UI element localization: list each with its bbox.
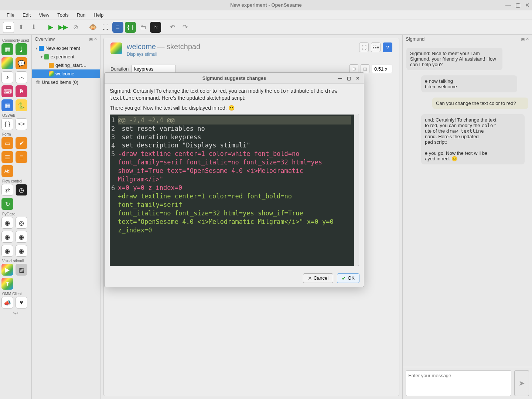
zoom-input[interactable] bbox=[372, 65, 392, 73]
menubar: File Edit View Tools Run Help bbox=[0, 10, 532, 20]
item-name[interactable]: welcome bbox=[127, 42, 156, 51]
gaze-init-icon[interactable]: ◉ bbox=[1, 217, 13, 229]
chat-msg-assistant-2: und: Certainly! To change the text to re… bbox=[421, 114, 525, 164]
visual-noise-icon[interactable]: ▨ bbox=[16, 264, 27, 276]
palette-group-visual: Visual stimuli bbox=[2, 259, 30, 263]
mouse-icon[interactable]: 🖱 bbox=[16, 85, 27, 97]
overview-panel: Overview ▣ ✕ ▾New experiment ▾experiment… bbox=[32, 35, 100, 399]
menu-edit[interactable]: Edit bbox=[19, 11, 34, 19]
stop-button[interactable]: ⊘ bbox=[70, 22, 81, 33]
tree-unused[interactable]: 🗑Unused items (0) bbox=[32, 78, 100, 86]
python-icon[interactable]: 🐍 bbox=[16, 99, 27, 111]
menu-help[interactable]: Help bbox=[90, 11, 108, 19]
chat-input[interactable] bbox=[406, 370, 511, 396]
send-button[interactable]: ➤ bbox=[514, 370, 529, 396]
loop-icon[interactable]: ⭳ bbox=[16, 43, 27, 55]
omm-announce-icon[interactable]: 📣 bbox=[1, 297, 13, 308]
undo-button[interactable]: ↶ bbox=[167, 22, 178, 33]
folder-icon[interactable]: 🗀 bbox=[137, 22, 149, 33]
window-close-icon[interactable]: ✕ bbox=[525, 2, 530, 8]
synth-icon[interactable]: ෴ bbox=[16, 71, 27, 83]
sound-icon[interactable]: ♪ bbox=[1, 71, 13, 83]
menu-run[interactable]: Run bbox=[73, 11, 89, 19]
grid-snap-icon[interactable]: ⊞ bbox=[349, 64, 358, 73]
palette-group-omm: OMM Client bbox=[2, 292, 30, 296]
fullscreen-icon[interactable]: ⛶ bbox=[100, 22, 111, 33]
duration-label: Duration bbox=[110, 66, 129, 72]
js-icon[interactable]: { } bbox=[1, 118, 13, 130]
sequence-icon[interactable]: ▦ bbox=[1, 43, 13, 55]
form-mc-icon[interactable]: ☰ bbox=[1, 151, 13, 163]
dialog-minimize-icon[interactable]: — bbox=[336, 74, 344, 82]
terminal-icon[interactable]: In: bbox=[150, 22, 161, 33]
gaze-wait-icon[interactable]: ◉ bbox=[16, 245, 27, 257]
dialog-outro: There you go! Now the text will be displ… bbox=[110, 105, 359, 112]
menu-file[interactable]: File bbox=[3, 11, 18, 19]
overview-panel-buttons[interactable]: ▣ ✕ bbox=[89, 37, 97, 41]
item-type-icon bbox=[110, 42, 122, 54]
open-button[interactable]: ⬆ bbox=[16, 22, 27, 33]
sigmund-panel-buttons[interactable]: ▣ ✕ bbox=[521, 37, 529, 41]
fullscreen-editor-icon[interactable]: ⛶ bbox=[359, 42, 369, 52]
gaze-start-icon[interactable]: ◉ bbox=[16, 231, 27, 243]
suggest-changes-dialog: Sigmund suggests changes — ▢ ✕ Sigmund: … bbox=[104, 72, 364, 287]
logger-icon[interactable]: ▦ bbox=[1, 99, 13, 111]
run-fast-button[interactable]: ▶▶ bbox=[58, 22, 69, 33]
palette-group-osweb: OSWeb bbox=[2, 113, 30, 117]
overview-tree: ▾New experiment ▾experiment getting_star… bbox=[32, 43, 100, 87]
dialog-title: Sigmund suggests changes bbox=[202, 75, 266, 81]
check-icon: ✔ bbox=[342, 275, 346, 281]
form-base-icon[interactable]: ▭ bbox=[1, 137, 13, 149]
gaze-drift-icon[interactable]: ◎ bbox=[16, 217, 27, 229]
diff-view[interactable]: 12345 6 @@ -2,4 +2,4 @@ set reset_variab… bbox=[110, 115, 359, 266]
item-description[interactable]: Displays stimuli bbox=[127, 52, 355, 57]
palette-expand-icon[interactable]: ︾ bbox=[1, 311, 30, 318]
menu-tools[interactable]: Tools bbox=[54, 11, 72, 19]
duration-input[interactable] bbox=[132, 65, 176, 73]
overview-title: Overview bbox=[35, 36, 55, 42]
tree-getting-started[interactable]: getting_start… bbox=[32, 61, 100, 69]
dialog-close-icon[interactable]: ✕ bbox=[354, 74, 362, 82]
window-minimize-icon[interactable]: — bbox=[505, 2, 511, 8]
new-button[interactable]: ▭ bbox=[3, 22, 14, 33]
run-button[interactable]: ▶ bbox=[45, 22, 56, 33]
close-icon: ✕ bbox=[308, 275, 312, 281]
gaze-log-icon[interactable]: ◉ bbox=[1, 231, 13, 243]
gaze-stop-icon[interactable]: ◉ bbox=[1, 245, 13, 257]
monkey-icon[interactable]: 🐵 bbox=[87, 22, 98, 33]
keyboard-icon[interactable]: ⌨ bbox=[1, 85, 13, 97]
ok-button[interactable]: ✔OK bbox=[337, 273, 359, 283]
menu-view[interactable]: View bbox=[35, 11, 53, 19]
visual-grad-icon[interactable]: ▶ bbox=[1, 264, 13, 276]
diff-scrollbar[interactable] bbox=[354, 115, 359, 266]
visual-text-icon[interactable]: T bbox=[1, 278, 13, 290]
help-icon[interactable]: ? bbox=[383, 42, 392, 52]
palette-group-flow: Flow control bbox=[2, 179, 30, 183]
omm-heart-icon[interactable]: ♥ bbox=[16, 297, 27, 308]
chat-msg-system: e now talking t item welcome bbox=[421, 75, 517, 92]
save-button[interactable]: ⬇ bbox=[28, 22, 39, 33]
feedback-icon[interactable]: 💬 bbox=[16, 57, 27, 69]
sketchpad-icon[interactable] bbox=[1, 57, 13, 69]
html-icon[interactable]: <> bbox=[16, 118, 27, 130]
coroutines-icon[interactable]: ⇄ bbox=[1, 184, 13, 196]
repeat-icon[interactable]: ↻ bbox=[1, 198, 13, 210]
dialog-maximize-icon[interactable]: ▢ bbox=[345, 74, 353, 82]
split-view-icon[interactable]: ☷▾ bbox=[371, 42, 381, 52]
dialog-intro: Sigmund: Certainly! To change the text c… bbox=[110, 88, 359, 102]
redo-button[interactable]: ↷ bbox=[180, 22, 191, 33]
form-input-icon[interactable]: Ab| bbox=[1, 165, 13, 177]
tree-experiment[interactable]: ▾experiment bbox=[32, 52, 100, 61]
window-titlebar: New experiment - OpenSesame — ▢ ✕ bbox=[0, 0, 532, 10]
delay-icon[interactable]: ◷ bbox=[16, 184, 27, 196]
grid-size-icon[interactable]: ◫ bbox=[361, 64, 369, 73]
list-tool-icon[interactable]: ≡ bbox=[112, 22, 123, 33]
sigmund-panel: Sigmund ▣ ✕ Sigmund: Nice to meet you! I… bbox=[403, 35, 532, 399]
cancel-button[interactable]: ✕Cancel bbox=[303, 273, 333, 283]
form-consent-icon[interactable]: ✔ bbox=[16, 137, 27, 149]
form-text-icon[interactable]: ≡ bbox=[16, 151, 27, 163]
tree-root[interactable]: ▾New experiment bbox=[32, 44, 100, 52]
window-maximize-icon[interactable]: ▢ bbox=[515, 2, 521, 8]
code-tool-icon[interactable]: { } bbox=[125, 22, 136, 33]
tree-welcome[interactable]: welcome bbox=[32, 69, 100, 78]
